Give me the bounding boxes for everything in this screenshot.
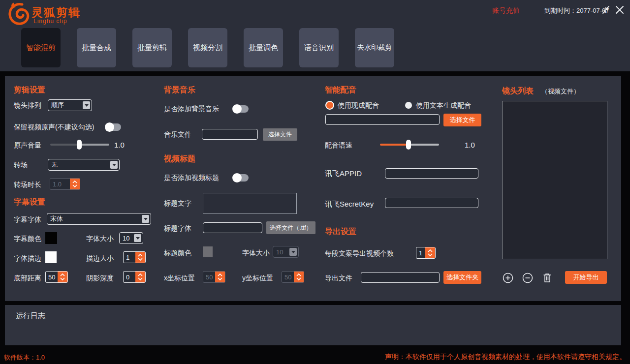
spinner-value: 0 <box>124 272 135 282</box>
chevron-down-icon[interactable] <box>83 101 90 109</box>
choose-dub-file-button[interactable]: 选择文件 <box>443 114 481 126</box>
radio-existing-label[interactable]: 使用现成配音 <box>338 101 379 110</box>
slider-knob[interactable] <box>406 140 411 150</box>
volume-value: 1.0 <box>114 141 125 149</box>
keep-audio-toggle[interactable] <box>106 123 121 131</box>
start-export-button[interactable]: 开始导出 <box>565 271 607 284</box>
remove-shot-icon[interactable] <box>522 273 533 283</box>
export-file-input[interactable] <box>361 272 440 283</box>
export-count-spinner[interactable]: 1 <box>416 247 436 259</box>
spinner-value: 50 <box>282 272 294 282</box>
chevron-down-icon[interactable] <box>110 161 118 169</box>
add-shot-icon[interactable] <box>503 273 513 283</box>
xf-secret-label: 讯飞SecretKey <box>325 200 374 209</box>
tab-watermark-crop[interactable]: 去水印裁剪 <box>355 28 394 67</box>
spinner-arrows-icon[interactable] <box>70 179 80 189</box>
shadow-depth-label: 阴影深度 <box>86 274 114 283</box>
spinner-arrows-icon[interactable] <box>58 272 67 282</box>
tab-batch-compose[interactable]: 批量合成 <box>77 28 116 67</box>
subtitle-color-swatch[interactable] <box>45 232 57 244</box>
section-edit-settings: 剪辑设置 <box>14 85 45 95</box>
title-x-spinner[interactable]: 50 <box>203 271 225 283</box>
chevron-down-icon[interactable] <box>142 215 149 223</box>
transition-duration-spinner[interactable]: 1.0 <box>50 178 80 190</box>
stroke-size-spinner[interactable]: 1 <box>123 251 146 263</box>
xf-appid-input[interactable] <box>385 168 478 179</box>
spinner-arrows-icon[interactable] <box>135 272 145 282</box>
transition-duration-label: 转场时长 <box>14 181 41 189</box>
tab-video-split[interactable]: 视频分割 <box>188 28 227 67</box>
minimize-icon[interactable] <box>601 5 611 15</box>
transition-value: 无 <box>51 160 110 169</box>
transition-label: 转场 <box>14 161 28 170</box>
tab-batch-edit[interactable]: 批量剪辑 <box>132 28 172 67</box>
title-y-spinner[interactable]: 50 <box>282 271 304 283</box>
bgm-add-label: 是否添加背景音乐 <box>164 105 219 114</box>
choose-music-button[interactable]: 选择文件 <box>263 128 297 141</box>
choose-folder-button[interactable]: 选择文件夹 <box>443 271 481 284</box>
delete-all-icon[interactable] <box>542 272 552 283</box>
fox-logo-icon <box>7 2 30 26</box>
xf-secret-input[interactable] <box>385 198 478 208</box>
bottom-distance-spinner[interactable]: 50 <box>45 271 68 283</box>
title-color-label: 标题颜色 <box>164 249 191 258</box>
subtitle-font-value: 宋体 <box>50 214 142 223</box>
subtitle-font-select[interactable]: 宋体 <box>47 213 151 225</box>
spinner-arrows-icon[interactable] <box>215 272 225 282</box>
tab-batch-color[interactable]: 批量调色 <box>244 28 283 67</box>
recharge-link[interactable]: 账号充值 <box>492 6 520 15</box>
radio-tts-dub[interactable] <box>405 102 412 109</box>
choose-ttf-button[interactable]: 选择文件（.ttf） <box>266 221 315 234</box>
subtitle-size-value: 10 <box>123 235 134 242</box>
spinner-arrows-icon[interactable] <box>425 247 435 258</box>
dub-speed-label: 配音语速 <box>325 141 352 150</box>
radio-existing-dub[interactable] <box>325 101 334 110</box>
expiry-date: 到期时间：2077-07-07 <box>544 6 609 15</box>
tab-speech-recog[interactable]: 语音识别 <box>299 28 339 67</box>
shot-list-box[interactable] <box>502 101 607 259</box>
slider-knob[interactable] <box>77 140 82 150</box>
title-y-label: y坐标位置 <box>242 274 273 283</box>
chevron-down-icon[interactable] <box>134 234 141 242</box>
title-size-label: 字体大小 <box>242 249 270 258</box>
title-text-area[interactable] <box>203 193 297 214</box>
subtitle-color-label: 字幕颜色 <box>14 235 41 243</box>
title-x-label: x坐标位置 <box>164 274 195 283</box>
spinner-arrows-icon[interactable] <box>294 272 304 282</box>
bgm-add-toggle[interactable] <box>233 105 249 113</box>
chevron-down-icon[interactable] <box>289 248 297 256</box>
shot-list-subtitle: （视频文件） <box>541 87 580 96</box>
title-size-select[interactable]: 10 <box>273 246 299 258</box>
stroke-color-label: 字体描边 <box>14 254 41 263</box>
transition-select[interactable]: 无 <box>48 159 120 171</box>
app-window: 灵狐剪辑 Linghu clip 账号充值 到期时间：2077-07-07 智能… <box>0 0 630 364</box>
volume-label: 原声音量 <box>14 141 41 150</box>
title-font-input[interactable] <box>203 222 262 233</box>
slider-track-left <box>50 144 79 146</box>
subtitle-size-select[interactable]: 10 <box>119 232 143 244</box>
keep-audio-label: 保留视频原声(不建议勾选) <box>14 123 94 132</box>
spinner-value: 1 <box>416 247 425 258</box>
title-size-value: 10 <box>276 248 289 256</box>
title-color-swatch[interactable] <box>203 246 213 257</box>
title-add-toggle[interactable] <box>233 174 249 182</box>
spinner-arrows-icon[interactable] <box>135 252 145 263</box>
spinner-value: 1 <box>124 252 135 263</box>
dub-speed-slider[interactable] <box>380 140 439 150</box>
stroke-color-swatch[interactable] <box>45 251 57 263</box>
volume-slider[interactable] <box>50 140 109 150</box>
xf-appid-label: 讯飞APPID <box>325 169 362 179</box>
subtitle-size-label: 字体大小 <box>86 235 114 243</box>
tab-smart-mix[interactable]: 智能混剪 <box>21 28 61 67</box>
title-add-label: 是否添加视频标题 <box>164 174 219 182</box>
radio-tts-label[interactable]: 使用文本生成配音 <box>416 101 471 110</box>
shot-order-select[interactable]: 顺序 <box>48 99 92 111</box>
slider-track-right <box>409 144 439 146</box>
version-text: 软件版本：1.0 <box>4 353 45 362</box>
music-file-input[interactable] <box>202 129 258 140</box>
shadow-depth-spinner[interactable]: 0 <box>123 271 146 283</box>
slider-track-left <box>380 144 409 146</box>
log-panel: 运行日志 <box>5 305 621 345</box>
close-icon[interactable] <box>614 4 626 16</box>
dub-file-input[interactable] <box>325 114 440 125</box>
